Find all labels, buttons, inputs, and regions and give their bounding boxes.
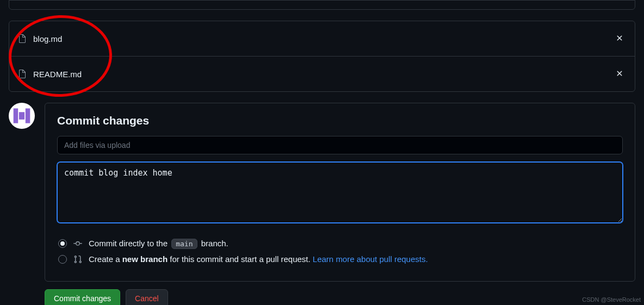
user-avatar[interactable] — [9, 103, 35, 129]
remove-file-button[interactable] — [613, 66, 626, 82]
commit-form-title: Commit changes — [57, 114, 623, 127]
commit-direct-option[interactable]: Commit directly to the main branch. — [58, 235, 622, 251]
commit-form: Commit changes Commit directly to the ma… — [45, 103, 635, 282]
learn-more-link[interactable]: Learn more about pull requests. — [313, 254, 428, 264]
svg-rect-1 — [26, 108, 30, 123]
remove-file-button[interactable] — [613, 31, 626, 46]
uploaded-files-list: blog.md README.md — [9, 21, 635, 92]
file-icon — [18, 69, 27, 79]
git-commit-icon — [73, 239, 82, 248]
file-name: README.md — [33, 70, 82, 79]
branch-tag: main — [171, 239, 197, 249]
commit-changes-button[interactable]: Commit changes — [45, 289, 120, 305]
git-pull-request-icon — [73, 255, 82, 264]
radio-new-branch[interactable] — [58, 255, 67, 264]
previous-panel-bottom — [9, 0, 635, 10]
watermark: CSDN @SteveRocket — [582, 296, 641, 303]
svg-rect-2 — [19, 112, 24, 120]
commit-summary-input[interactable] — [57, 136, 623, 154]
file-row: README.md — [9, 56, 635, 91]
commit-description-textarea[interactable] — [57, 162, 623, 223]
file-row: blog.md — [9, 21, 635, 56]
commit-direct-label: Commit directly to the main branch. — [89, 239, 228, 248]
cancel-button[interactable]: Cancel — [126, 289, 168, 305]
svg-rect-0 — [14, 108, 18, 123]
radio-direct[interactable] — [58, 239, 67, 248]
file-name: blog.md — [33, 34, 62, 43]
commit-new-branch-option[interactable]: Create a new branch for this commit and … — [58, 251, 622, 267]
file-icon — [18, 34, 27, 43]
commit-new-branch-label: Create a new branch for this commit and … — [89, 254, 428, 264]
